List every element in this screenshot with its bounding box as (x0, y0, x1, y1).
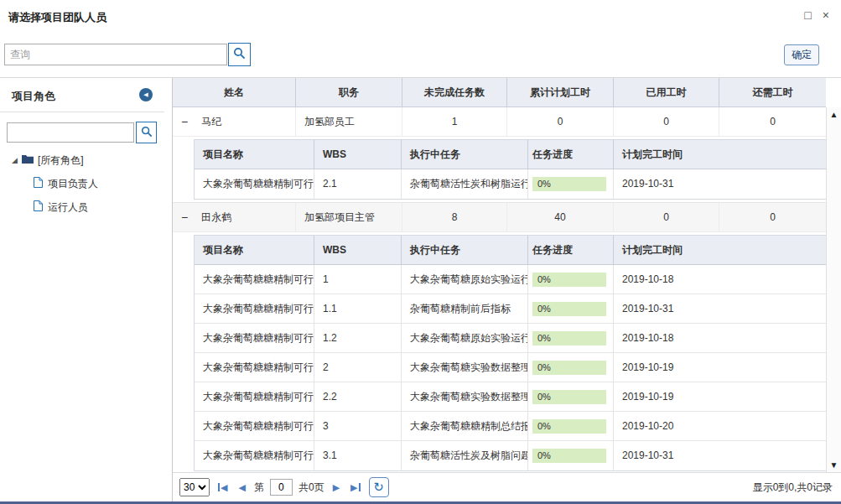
select-team-dialog: 请选择项目团队人员 □ × 确定 项目角色 ◀ (0, 0, 841, 504)
minus-icon: − (181, 115, 188, 128)
last-page-icon (359, 483, 361, 491)
sub-column-progress[interactable]: 任务进度 (528, 140, 614, 169)
task-row[interactable]: 大象杂葡萄糖糖精制可行性 1.1 杂葡萄糖精制前后指标 0% 2019-10-3… (195, 294, 826, 324)
total-pages-label: 共0页 (299, 481, 324, 495)
column-header-planned-hours[interactable]: 累计计划工时 (507, 78, 614, 107)
task-name: 杂葡萄糖活性炭和树脂运行 (402, 169, 528, 199)
sidebar-panel: 项目角色 ◀ ◢ [所有角色] 项目负责人 (0, 78, 164, 501)
task-progress-cell: 0% (528, 353, 614, 382)
scroll-down-icon[interactable]: ▼ (827, 460, 841, 470)
sub-column-wbs[interactable]: WBS (314, 236, 402, 264)
person-group: − 马纪 加氢部员工 1 0 0 0 项目名称 WBS 执行中任务 任务进度 计… (173, 107, 826, 200)
task-row[interactable]: 大象杂葡萄糖糖精制可行性 2 大象杂葡萄糖实验数据整理 0% 2019-10-1… (195, 353, 826, 382)
dialog-title: 请选择项目团队人员 (8, 10, 106, 25)
search-button[interactable] (228, 43, 251, 66)
task-wbs: 1.2 (314, 324, 402, 352)
vertical-scrollbar[interactable]: ▲ ▼ (826, 107, 841, 472)
task-name: 大象杂葡萄糖原始实验运行 (402, 324, 528, 352)
task-name: 大象杂葡萄糖原始实验运行 (402, 265, 528, 294)
sub-column-wbs[interactable]: WBS (314, 140, 402, 169)
record-summary: 显示0到0,共0记录 (753, 481, 834, 495)
task-wbs: 3.1 (314, 441, 402, 470)
sub-column-finish-date[interactable]: 计划完工时间 (614, 236, 826, 264)
sub-column-task[interactable]: 执行中任务 (402, 236, 528, 264)
task-finish-date: 2019-10-18 (614, 324, 826, 352)
task-name: 大象杂葡萄糖实验数据整理 (402, 382, 528, 411)
page-number-input[interactable] (270, 479, 293, 496)
role-search-input[interactable] (7, 122, 134, 143)
column-header-name[interactable]: 姓名 (173, 78, 296, 107)
tree-item-project-leader[interactable]: 项目负责人 (0, 172, 164, 195)
sub-column-project[interactable]: 项目名称 (195, 236, 314, 264)
role-search-button[interactable] (136, 122, 157, 143)
progress-bar: 0% (532, 390, 606, 404)
used-hours: 0 (614, 203, 719, 231)
tree-item-label[interactable]: 项目负责人 (48, 177, 98, 191)
progress-bar: 0% (532, 419, 606, 434)
progress-bar: 0% (532, 361, 606, 375)
column-header-used-hours[interactable]: 已用工时 (614, 78, 719, 107)
person-position: 加氢部项目主管 (296, 203, 402, 231)
task-row[interactable]: 大象杂葡萄糖糖精制可行性 3.1 杂葡萄糖活性炭及树脂问题 0% 2019-10… (195, 441, 826, 470)
task-wbs: 2.2 (314, 382, 402, 411)
first-page-button[interactable]: ◀ (215, 482, 230, 493)
task-progress-cell: 0% (528, 265, 614, 294)
used-hours: 0 (614, 107, 719, 136)
task-wbs: 2 (314, 353, 402, 382)
sub-column-task[interactable]: 执行中任务 (402, 140, 528, 169)
column-header-remaining-hours[interactable]: 还需工时 (719, 78, 826, 107)
collapse-row-button[interactable]: − (173, 203, 196, 231)
collapse-row-button[interactable]: − (173, 107, 196, 136)
progress-bar: 0% (532, 302, 606, 316)
tree-root-label[interactable]: [所有角色] (38, 153, 84, 168)
progress-bar: 0% (532, 177, 606, 191)
column-header-position[interactable]: 职务 (296, 78, 402, 107)
confirm-button[interactable]: 确定 (784, 44, 819, 65)
person-name: 马纪 (196, 107, 296, 136)
tree-expander-icon[interactable]: ◢ (12, 156, 18, 164)
first-page-icon (218, 483, 220, 491)
tree-node-all-roles[interactable]: ◢ [所有角色] (0, 148, 164, 172)
refresh-icon: ↻ (373, 480, 384, 495)
sub-column-project[interactable]: 项目名称 (195, 140, 314, 169)
task-row[interactable]: 大象杂葡萄糖糖精制可行性 3 大象杂葡萄糖糖精制总结报告 0% 2019-10-… (195, 412, 826, 441)
subtable-header: 项目名称 WBS 执行中任务 任务进度 计划完工时间 (195, 140, 826, 169)
task-finish-date: 2019-10-31 (614, 294, 826, 323)
next-page-button[interactable]: ▶ (330, 482, 342, 493)
sub-column-finish-date[interactable]: 计划完工时间 (614, 140, 826, 169)
unfinished-count: 1 (402, 107, 507, 136)
task-project: 大象杂葡萄糖糖精制可行性 (195, 294, 314, 323)
task-wbs: 3 (314, 412, 402, 440)
refresh-button[interactable]: ↻ (369, 477, 389, 497)
page-size-select[interactable]: 30 (179, 478, 210, 496)
task-row[interactable]: 大象杂葡萄糖糖精制可行性 2.2 大象杂葡萄糖实验数据整理 0% 2019-10… (195, 382, 826, 412)
toolbar: 确定 (0, 30, 841, 78)
prev-page-button[interactable]: ◀ (236, 482, 247, 493)
task-name: 大象杂葡萄糖实验数据整理 (402, 353, 528, 382)
task-row[interactable]: 大象杂葡萄糖糖精制可行性 2.1 杂葡萄糖活性炭和树脂运行 0% 2019-10… (195, 169, 826, 199)
person-row[interactable]: − 马纪 加氢部员工 1 0 0 0 (173, 107, 826, 137)
document-icon (34, 177, 43, 190)
task-progress-cell: 0% (528, 294, 614, 323)
collapse-left-icon: ◀ (143, 91, 148, 98)
maximize-icon[interactable]: □ (804, 8, 811, 22)
close-icon[interactable]: × (823, 8, 829, 22)
tree-item-label[interactable]: 运行人员 (48, 200, 88, 215)
tree-item-operator[interactable]: 运行人员 (0, 195, 164, 219)
task-wbs: 2.1 (314, 169, 402, 199)
task-row[interactable]: 大象杂葡萄糖糖精制可行性 1.2 大象杂葡萄糖原始实验运行 0% 2019-10… (195, 324, 826, 353)
sidebar-title: 项目角色 (12, 89, 55, 104)
sub-column-progress[interactable]: 任务进度 (528, 236, 614, 264)
search-input[interactable] (4, 44, 227, 65)
last-page-button[interactable]: ▶ (348, 482, 362, 493)
remaining-hours: 0 (719, 107, 826, 136)
task-wbs: 1.1 (314, 294, 402, 323)
column-header-unfinished[interactable]: 未完成任务数 (402, 78, 507, 107)
scroll-up-icon[interactable]: ▲ (827, 110, 841, 119)
person-row[interactable]: − 田永鹤 加氢部项目主管 8 40 0 0 (173, 203, 826, 232)
table-body: − 马纪 加氢部员工 1 0 0 0 项目名称 WBS 执行中任务 任务进度 计… (173, 107, 826, 472)
panel-collapse-button[interactable]: ◀ (139, 88, 153, 101)
task-row[interactable]: 大象杂葡萄糖糖精制可行性 1 大象杂葡萄糖原始实验运行 0% 2019-10-1… (195, 265, 826, 294)
planned-hours: 40 (507, 203, 614, 231)
table-header: 姓名 职务 未完成任务数 累计计划工时 已用工时 还需工时 (173, 78, 826, 107)
